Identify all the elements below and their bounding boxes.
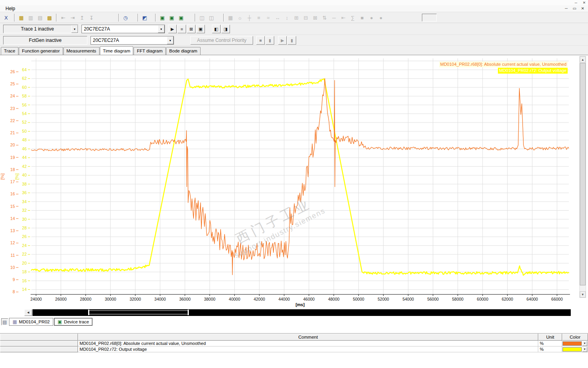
dock-up-icon[interactable]: ↥ [78,14,87,22]
fctgen-status-panel[interactable]: FctGen inactive [3,36,87,45]
time-range-track[interactable] [33,309,571,316]
vertical-scrollbar-thumb[interactable] [580,63,586,285]
cursor-home-icon[interactable]: ⇤ [339,14,348,22]
smooth-curve-icon[interactable]: ≈ [264,14,273,22]
scroll-up-icon[interactable]: ▲ [580,56,586,63]
fctgen-device-combo[interactable]: 20C7EC27A ▼ [90,36,174,45]
bottom-tab-md0104-pr02[interactable]: ▦MD0104_PR02 [9,318,53,326]
fctgen-mode-2-icon[interactable]: ▮ [266,36,274,45]
discard-trace-icon[interactable]: ⊠ [187,25,195,33]
color-dropdown-icon[interactable]: ▼ [582,341,587,346]
trace-device-dropdown-icon[interactable]: ▼ [158,25,165,33]
project-list-icon[interactable]: ▤ [1,318,8,325]
svg-text:16: 16 [10,191,15,196]
unit-cell: % [538,341,562,346]
tab-measurements[interactable]: Measurements [63,47,100,55]
toolbar-separator [118,14,119,22]
crosshair-cursor-icon[interactable]: ┼ [245,14,254,22]
record-shape-2-icon[interactable]: ● [376,14,385,22]
time-range-scrollbar: ◄ [0,308,588,317]
pan-left-icon[interactable]: ⇤ [59,14,68,22]
settings-icon[interactable]: ☼ [235,14,244,22]
integral-icon[interactable]: ∑ [348,14,357,22]
dock-down-icon[interactable]: ↧ [87,14,96,22]
scroll-left-icon[interactable]: ◄ [24,309,32,316]
split-window-icon[interactable]: ◫ [207,14,216,22]
control-panel-icon[interactable]: ◩ [140,14,149,22]
stop-trace-icon[interactable]: ■ [177,25,186,33]
zoom-in-icon[interactable]: ⊞ [292,14,301,22]
svg-text:13: 13 [10,228,15,233]
trace-device-combo[interactable]: 20C7EC27A ▼ [81,25,165,33]
svg-text:24: 24 [22,243,27,248]
stop-shape-icon[interactable]: ■ [358,14,367,22]
child-window-controls: ─ ▭ ✕ [563,6,588,11]
signal-grid-icon[interactable]: ▩ [45,14,54,22]
svg-text:40000: 40000 [229,297,240,301]
tab-time-diagram[interactable]: Time diagram [100,46,134,55]
svg-text:48000: 48000 [328,297,339,301]
tab-fft-diagram[interactable]: FFT diagram [134,47,166,55]
pan-right-icon[interactable]: ⇥ [68,14,77,22]
tab-bode-diagram[interactable]: Bode diagram [166,47,201,55]
svg-text:24000: 24000 [30,297,42,301]
tab-trace[interactable]: Trace [1,47,18,55]
fctgen-buttons: ■▮▶▮ [256,36,297,45]
measurement-clock-icon[interactable]: ◷ [121,14,130,22]
time-range-selection[interactable] [88,310,189,314]
copy-diagram-icon[interactable]: ▥ [26,14,35,22]
pane-toggle-1-icon[interactable]: ◧ [212,25,221,33]
child-restore-icon[interactable]: ▭ [572,6,577,11]
scroll-down-icon[interactable]: ▼ [580,291,586,298]
color-cell[interactable]: ▼ [562,346,588,352]
fctgen-device-dropdown-icon[interactable]: ▼ [167,36,174,44]
trace-export-icon[interactable]: X [2,14,11,22]
table-row: MD0104_PR02.r72: Output voltage%▼ [0,346,588,352]
record-shape-1-icon[interactable]: ● [367,14,376,22]
child-close-icon[interactable]: ✕ [580,6,586,11]
show-signal-table-icon[interactable]: ▦ [17,14,26,22]
app-minimize-icon[interactable]: ─ [575,1,577,5]
assume-control-priority-button[interactable]: Assume Control Priority [190,36,253,45]
menu-help[interactable]: Help [2,6,18,11]
zoom-y-icon[interactable]: ↕ [282,14,291,22]
svg-text:26: 26 [10,69,15,74]
time-diagram-plot[interactable]: 2400026000280003000032000340003600038000… [0,55,588,308]
fctgen-stop-icon[interactable]: ▮ [288,36,296,45]
autoscale-icon[interactable]: ⇅ [320,14,329,22]
svg-text:44000: 44000 [279,297,290,301]
app-close-icon[interactable]: ✕ [583,1,586,5]
align-curves-icon[interactable]: ≡ [254,14,263,22]
zoom-out-icon[interactable]: ⊟ [301,14,310,22]
svg-text:38000: 38000 [204,297,215,301]
fctgen-start-icon[interactable]: ▶ [278,36,287,45]
grid-toggle-icon[interactable]: ▦ [226,14,235,22]
trace-status-dropdown-icon[interactable]: ▼ [71,25,78,33]
bottom-tab-device-trace[interactable]: ▣Device trace [54,318,92,326]
svg-text:12: 12 [10,240,15,245]
color-cell[interactable]: ▼ [562,341,588,346]
svg-text:23: 23 [10,106,15,111]
trace-screen-2-icon[interactable]: ▣ [167,14,176,22]
trace-screen-3-icon[interactable]: ▣ [177,14,186,22]
tab-function-generator[interactable]: Function generator [19,47,63,55]
start-trace-icon[interactable]: ▶ [168,25,177,33]
toolbar-separator [56,14,57,22]
svg-text:62: 62 [22,76,27,81]
save-trace-icon[interactable]: ▣ [196,25,205,33]
svg-text:62000: 62000 [502,297,513,301]
vertical-scrollbar[interactable]: ▲ ▼ [579,56,586,298]
svg-text:14: 14 [10,216,15,221]
child-minimize-icon[interactable]: ─ [563,6,569,11]
new-window-icon[interactable]: ◫ [197,14,206,22]
ruler-icon[interactable]: ─ [329,14,338,22]
color-dropdown-icon[interactable]: ▼ [582,347,587,352]
print-diagram-icon[interactable]: ▤ [36,14,45,22]
signal-table: CommentUnitColor MD0104_PR02.r68[0]: Abs… [0,333,588,352]
zoom-fit-icon[interactable]: ⊠ [311,14,320,22]
pane-toggle-2-icon[interactable]: ◨ [221,25,230,33]
trace-status-panel[interactable]: Trace 1 inactive ▼ [3,25,78,33]
trace-screen-1-icon[interactable]: ▣ [158,14,167,22]
zoom-x-icon[interactable]: ↔ [273,14,282,22]
fctgen-mode-1-icon[interactable]: ■ [256,36,265,45]
